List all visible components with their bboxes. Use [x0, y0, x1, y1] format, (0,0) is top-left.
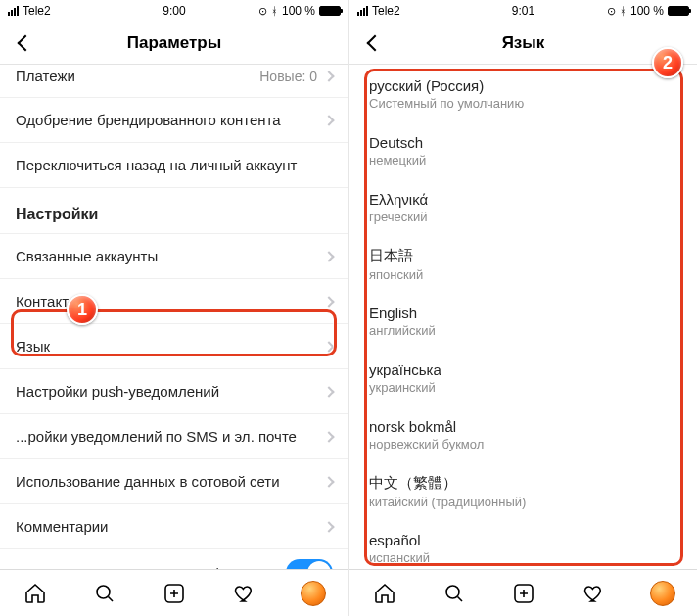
- language-name: English: [369, 305, 436, 321]
- bluetooth-icon: ᚼ: [271, 5, 278, 17]
- plus-square-icon: [512, 582, 535, 605]
- language-option[interactable]: españolиспанский: [349, 519, 697, 569]
- row-cellular-data[interactable]: Использование данных в сотовой сети: [0, 459, 348, 504]
- row-label: Использование данных в сотовой сети: [16, 473, 280, 490]
- tab-profile[interactable]: [650, 581, 675, 606]
- language-option[interactable]: 日本語японский: [349, 235, 697, 292]
- settings-list[interactable]: Платежи Новые: 0 Одобрение брендированно…: [0, 65, 348, 569]
- annotation-badge-1: 1: [67, 294, 98, 325]
- language-option[interactable]: 中文（繁體）китайский (традиционный): [349, 462, 697, 519]
- language-sub: украинский: [369, 380, 441, 395]
- heart-icon: [581, 582, 605, 605]
- chevron-right-icon: [323, 296, 334, 307]
- nav-header: Язык: [349, 22, 697, 65]
- back-button[interactable]: [357, 22, 393, 64]
- alarm-icon: ⊙: [258, 5, 267, 18]
- row-comments[interactable]: Комментарии: [0, 504, 348, 549]
- plus-square-icon: [163, 582, 186, 605]
- heart-icon: [232, 582, 256, 605]
- chevron-left-icon: [18, 34, 34, 51]
- tab-activity[interactable]: [581, 581, 606, 606]
- row-label: Сохранять первоначальные фото: [16, 565, 246, 570]
- row-sms-email-notifications[interactable]: ...ройки уведомлений по SMS и эл. почте: [0, 414, 348, 459]
- signal-icon: [357, 6, 368, 16]
- language-option[interactable]: Englishанглийский: [349, 292, 697, 349]
- alarm-icon: ⊙: [607, 5, 616, 18]
- phone-left: Tele2 9:00 ⊙ ᚼ 100 % Параметры Платежи Н…: [0, 0, 348, 616]
- tab-home[interactable]: [23, 581, 48, 606]
- tab-search[interactable]: [92, 581, 117, 606]
- language-option[interactable]: українськаукраинский: [349, 349, 697, 405]
- phone-right: Tele2 9:01 ⊙ ᚼ 100 % Язык русский (Росси…: [348, 0, 697, 616]
- battery-icon: [319, 6, 341, 16]
- language-name: українська: [369, 361, 441, 378]
- badge-number: 2: [663, 53, 673, 73]
- bluetooth-icon: ᚼ: [620, 5, 627, 17]
- chevron-right-icon: [323, 431, 334, 442]
- svg-point-0: [97, 586, 110, 598]
- tab-create[interactable]: [162, 581, 187, 606]
- nav-header: Параметры: [0, 22, 348, 65]
- svg-point-2: [446, 586, 459, 598]
- language-name: Deutsch: [369, 134, 426, 151]
- language-option[interactable]: русский (Россия)Системный по умолчанию: [349, 65, 697, 121]
- tab-search[interactable]: [441, 581, 467, 606]
- row-label: Язык: [16, 338, 50, 355]
- language-sub: норвежский букмол: [369, 437, 484, 451]
- avatar-icon: [650, 581, 675, 606]
- row-label: ...ройки уведомлений по SMS и эл. почте: [16, 428, 297, 445]
- tab-bar: [0, 569, 348, 616]
- battery-percent-label: 100 %: [630, 4, 664, 18]
- language-option[interactable]: Ελληνικάгреческий: [349, 178, 697, 235]
- row-linked-accounts[interactable]: Связанные аккаунты: [0, 234, 348, 279]
- chevron-right-icon: [323, 71, 334, 81]
- row-language[interactable]: Язык: [0, 324, 348, 369]
- avatar-icon: [301, 581, 326, 606]
- chevron-right-icon: [323, 341, 334, 352]
- row-secondary: Новые: 0: [259, 69, 317, 84]
- tab-create[interactable]: [511, 581, 536, 606]
- row-label: Комментарии: [16, 518, 108, 535]
- row-label: Одобрение брендированного контента: [16, 112, 281, 128]
- language-option[interactable]: norsk bokmålнорвежский букмол: [349, 405, 697, 462]
- home-icon: [373, 582, 396, 605]
- section-label: Настройки: [16, 206, 98, 223]
- language-sub: английский: [369, 323, 436, 338]
- row-switch-personal[interactable]: Переключиться назад на личный аккаунт: [0, 143, 348, 188]
- search-icon: [93, 582, 116, 605]
- row-branded-content[interactable]: Одобрение брендированного контента: [0, 98, 348, 143]
- chevron-right-icon: [323, 251, 334, 261]
- row-payments[interactable]: Платежи Новые: 0: [0, 65, 348, 98]
- tab-home[interactable]: [372, 581, 397, 606]
- row-push-notifications[interactable]: Настройки push-уведомлений: [0, 369, 348, 414]
- chevron-right-icon: [323, 386, 334, 397]
- page-title: Язык: [502, 33, 545, 53]
- language-sub: китайский (традиционный): [369, 495, 526, 509]
- tab-bar: [349, 569, 697, 616]
- carrier-label: Tele2: [23, 4, 51, 18]
- signal-icon: [8, 6, 19, 16]
- row-label: Переключиться назад на личный аккаунт: [16, 157, 297, 173]
- chevron-left-icon: [367, 34, 384, 51]
- language-sub: Системный по умолчанию: [369, 96, 524, 111]
- battery-percent-label: 100 %: [282, 4, 315, 18]
- row-contacts[interactable]: Контакты: [0, 279, 348, 324]
- carrier-label: Tele2: [372, 4, 400, 18]
- language-option[interactable]: Deutschнемецкий: [349, 121, 697, 178]
- language-name: español: [369, 532, 430, 548]
- home-icon: [23, 582, 47, 605]
- language-list[interactable]: русский (Россия)Системный по умолчанию D…: [349, 65, 697, 569]
- section-settings: Настройки: [0, 188, 348, 234]
- language-name: norsk bokmål: [369, 418, 484, 435]
- back-button[interactable]: [8, 22, 43, 64]
- language-name: русский (Россия): [369, 77, 524, 94]
- language-name: 中文（繁體）: [369, 474, 526, 493]
- language-sub: испанский: [369, 550, 430, 565]
- save-original-toggle[interactable]: [286, 559, 333, 569]
- language-name: 日本語: [369, 247, 423, 265]
- language-sub: греческий: [369, 210, 428, 224]
- tab-profile[interactable]: [301, 581, 326, 606]
- annotation-badge-2: 2: [652, 47, 683, 78]
- badge-number: 1: [77, 300, 87, 320]
- tab-activity[interactable]: [231, 581, 256, 606]
